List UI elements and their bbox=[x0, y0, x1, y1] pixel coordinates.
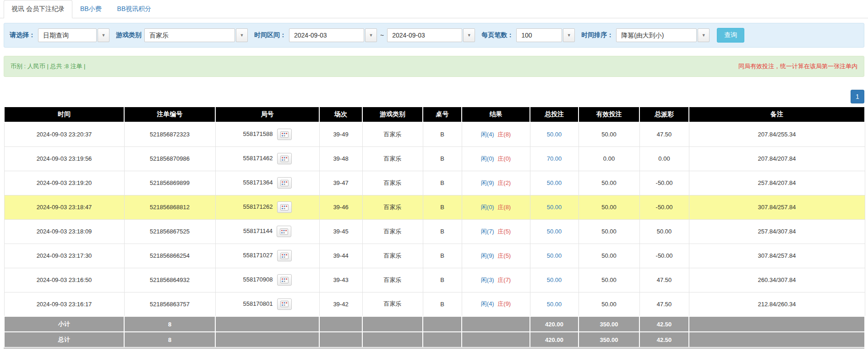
chevron-down-icon[interactable]: ▼ bbox=[365, 28, 377, 42]
tab-betting-records[interactable]: 视讯 会员下注纪录 bbox=[4, 0, 72, 18]
cell-valid-bet: 0.00 bbox=[579, 146, 639, 171]
search-button[interactable]: 查询 bbox=[717, 28, 744, 43]
subtotal-payout: 42.50 bbox=[639, 316, 689, 332]
game-type-select[interactable]: 百家乐 ▼ bbox=[144, 28, 248, 42]
table-row: 2024-09-03 23:19:56521856870986558171462… bbox=[4, 146, 865, 171]
pagination: 1 bbox=[0, 90, 868, 103]
sort-value[interactable]: 降冪(由大到小) bbox=[616, 28, 697, 42]
col-header-note: 备注 bbox=[689, 107, 865, 122]
roadmap-icon-button[interactable] bbox=[277, 298, 292, 310]
date-to-select[interactable]: 2024-09-03 ▼ bbox=[387, 28, 475, 42]
table-row: 2024-09-03 23:16:50521856864932558170908… bbox=[4, 268, 865, 292]
query-type-select[interactable]: 日期查询 ▼ bbox=[38, 28, 109, 42]
tab-bb-tips[interactable]: BB小费 bbox=[72, 0, 109, 18]
cell-time: 2024-09-03 23:18:09 bbox=[4, 219, 124, 244]
result-banker: 庄(2) bbox=[497, 179, 511, 186]
roadmap-icon-button[interactable] bbox=[277, 201, 292, 213]
cell-bet-id: 521856868812 bbox=[124, 195, 215, 219]
roadmap-icon bbox=[280, 301, 289, 307]
date-from-select[interactable]: 2024-09-03 ▼ bbox=[289, 28, 377, 42]
round-id-text: 558171027 bbox=[243, 252, 273, 259]
page-button-1[interactable]: 1 bbox=[851, 90, 864, 103]
table-row: 2024-09-03 23:18:09521856867525558171144… bbox=[4, 219, 865, 244]
cell-bet-id: 521856863757 bbox=[124, 292, 215, 316]
query-type-value[interactable]: 日期查询 bbox=[38, 28, 97, 42]
cell-session: 39-49 bbox=[319, 122, 362, 146]
cell-result: 闲(0) 庄(8) bbox=[462, 195, 530, 219]
col-header-table-no: 桌号 bbox=[423, 107, 462, 122]
total-bet-link[interactable]: 50.00 bbox=[547, 204, 562, 211]
total-bet-link[interactable]: 50.00 bbox=[547, 131, 562, 138]
cell-time: 2024-09-03 23:17:30 bbox=[4, 244, 124, 268]
table-row: 2024-09-03 23:17:30521856866254558171027… bbox=[4, 244, 865, 268]
chevron-down-icon[interactable]: ▼ bbox=[463, 28, 475, 42]
query-type-group: 请选择： 日期查询 ▼ bbox=[10, 28, 109, 42]
total-bet-link[interactable]: 70.00 bbox=[547, 155, 562, 162]
game-type-value[interactable]: 百家乐 bbox=[144, 28, 235, 42]
cell-valid-bet: 50.00 bbox=[579, 195, 639, 219]
cell-table-no: B bbox=[423, 146, 462, 171]
cell-table-no: B bbox=[423, 195, 462, 219]
result-player: 闲(4) bbox=[481, 131, 494, 138]
roadmap-icon-button[interactable] bbox=[277, 129, 292, 140]
subtotal-total-bet: 420.00 bbox=[530, 316, 579, 332]
tab-bb-video-points[interactable]: BB视讯积分 bbox=[109, 0, 159, 18]
records-table-body: 2024-09-03 23:20:37521856872323558171588… bbox=[4, 122, 865, 316]
cell-round-id: 558171588 bbox=[215, 122, 319, 146]
total-bet-link[interactable]: 50.00 bbox=[547, 228, 562, 235]
cell-game-type: 百家乐 bbox=[362, 171, 423, 195]
cell-total-bet: 50.00 bbox=[530, 195, 579, 219]
date-from-input[interactable]: 2024-09-03 bbox=[289, 28, 364, 42]
subtotal-row: 小计 8 420.00 350.00 42.50 bbox=[4, 316, 865, 332]
round-id-text: 558171262 bbox=[243, 203, 273, 210]
chevron-down-icon[interactable]: ▼ bbox=[563, 28, 575, 42]
round-id-text: 558170801 bbox=[243, 300, 273, 307]
roadmap-icon bbox=[280, 204, 289, 211]
cell-note: 207.84/207.84 bbox=[689, 146, 865, 171]
chevron-down-icon[interactable]: ▼ bbox=[698, 28, 710, 42]
col-header-valid-bet: 有效投注 bbox=[579, 107, 639, 122]
roadmap-icon-button[interactable] bbox=[277, 226, 291, 237]
roadmap-icon bbox=[280, 180, 289, 186]
roadmap-icon-button[interactable] bbox=[277, 153, 292, 164]
cell-result: 闲(3) 庄(7) bbox=[462, 268, 530, 292]
col-header-game-type: 游戏类别 bbox=[362, 107, 423, 122]
footer-empty-cell bbox=[215, 316, 319, 332]
cell-game-type: 百家乐 bbox=[362, 268, 423, 292]
total-bet-link[interactable]: 50.00 bbox=[547, 301, 562, 308]
cell-time: 2024-09-03 23:16:50 bbox=[4, 268, 124, 292]
per-page-select[interactable]: 100 ▼ bbox=[516, 28, 575, 42]
cell-note: 207.84/255.34 bbox=[689, 122, 865, 146]
roadmap-icon-button[interactable] bbox=[277, 177, 292, 189]
footer-empty-cell bbox=[423, 316, 462, 332]
table-row: 2024-09-03 23:20:37521856872323558171588… bbox=[4, 122, 865, 146]
cell-time: 2024-09-03 23:20:37 bbox=[4, 122, 124, 146]
grand-total-total-bet: 420.00 bbox=[530, 332, 579, 347]
game-type-label: 游戏类别 bbox=[116, 31, 142, 39]
cell-result: 闲(4) 庄(9) bbox=[462, 292, 530, 316]
total-bet-link[interactable]: 50.00 bbox=[547, 276, 562, 283]
cell-table-no: B bbox=[423, 244, 462, 268]
cell-time: 2024-09-03 23:19:56 bbox=[4, 146, 124, 171]
roadmap-icon-button[interactable] bbox=[277, 250, 292, 261]
chevron-down-icon[interactable]: ▼ bbox=[98, 28, 109, 42]
game-type-group: 游戏类别 百家乐 ▼ bbox=[116, 28, 248, 42]
total-bet-link[interactable]: 50.00 bbox=[547, 179, 562, 186]
footer-empty-cell bbox=[319, 332, 362, 347]
cell-bet-id: 521856872323 bbox=[124, 122, 215, 146]
cell-round-id: 558171262 bbox=[215, 195, 319, 219]
tab-bar: 视讯 会员下注纪录 BB小费 BB视讯积分 bbox=[0, 0, 868, 18]
cell-table-no: B bbox=[423, 122, 462, 146]
cell-session: 39-44 bbox=[319, 244, 362, 268]
date-to-input[interactable]: 2024-09-03 bbox=[387, 28, 462, 42]
sort-select[interactable]: 降冪(由大到小) ▼ bbox=[616, 28, 710, 42]
col-header-round-id: 局号 bbox=[215, 107, 319, 122]
per-page-value[interactable]: 100 bbox=[516, 28, 562, 42]
roadmap-icon bbox=[280, 131, 289, 138]
total-bet-link[interactable]: 50.00 bbox=[547, 252, 562, 259]
table-row: 2024-09-03 23:19:20521856869899558171364… bbox=[4, 171, 865, 195]
result-banker: 庄(8) bbox=[497, 131, 511, 138]
cell-note: 260.34/307.84 bbox=[689, 268, 865, 292]
roadmap-icon-button[interactable] bbox=[277, 274, 292, 286]
chevron-down-icon[interactable]: ▼ bbox=[236, 28, 248, 42]
